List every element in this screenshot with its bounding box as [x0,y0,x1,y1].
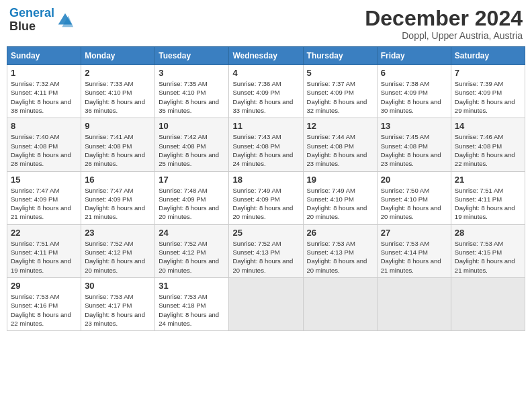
day-number: 20 [381,175,447,185]
day-number: 12 [307,121,373,131]
day-info: Sunrise: 7:52 AMSunset: 4:12 PMDaylight:… [159,240,219,274]
day-info: Sunrise: 7:53 AMSunset: 4:15 PMDaylight:… [455,240,515,274]
calendar-cell: 24Sunrise: 7:52 AMSunset: 4:12 PMDayligh… [155,224,229,277]
day-header-tuesday: Tuesday [155,47,229,65]
calendar-cell: 4Sunrise: 7:36 AMSunset: 4:09 PMDaylight… [229,65,303,118]
logo-text: GeneralBlue [9,7,54,34]
day-info: Sunrise: 7:37 AMSunset: 4:09 PMDaylight:… [307,80,367,114]
day-info: Sunrise: 7:38 AMSunset: 4:09 PMDaylight:… [381,80,441,114]
day-info: Sunrise: 7:46 AMSunset: 4:08 PMDaylight:… [455,133,515,167]
calendar-cell: 11Sunrise: 7:43 AMSunset: 4:08 PMDayligh… [229,118,303,171]
day-info: Sunrise: 7:40 AMSunset: 4:08 PMDaylight:… [11,133,71,167]
day-number: 13 [381,121,447,131]
calendar-cell: 25Sunrise: 7:52 AMSunset: 4:13 PMDayligh… [229,224,303,277]
calendar-cell: 5Sunrise: 7:37 AMSunset: 4:09 PMDaylight… [303,65,377,118]
calendar-cell: 21Sunrise: 7:51 AMSunset: 4:11 PMDayligh… [451,171,525,224]
day-info: Sunrise: 7:33 AMSunset: 4:10 PMDaylight:… [85,80,145,114]
calendar-cell: 20Sunrise: 7:50 AMSunset: 4:10 PMDayligh… [377,171,451,224]
title-block: December 2024 Doppl, Upper Austria, Aust… [365,7,523,41]
day-number: 9 [85,121,151,131]
day-info: Sunrise: 7:52 AMSunset: 4:12 PMDaylight:… [85,240,145,274]
day-number: 21 [455,175,521,185]
day-number: 3 [159,68,225,78]
calendar-cell: 10Sunrise: 7:42 AMSunset: 4:08 PMDayligh… [155,118,229,171]
day-info: Sunrise: 7:36 AMSunset: 4:09 PMDaylight:… [232,80,293,114]
day-header-monday: Monday [81,47,155,65]
week-row-5: 29Sunrise: 7:53 AMSunset: 4:16 PMDayligh… [7,277,525,330]
day-number: 28 [455,228,521,238]
day-header-wednesday: Wednesday [229,47,303,65]
day-number: 24 [159,228,225,238]
day-info: Sunrise: 7:39 AMSunset: 4:09 PMDaylight:… [455,80,515,114]
day-info: Sunrise: 7:52 AMSunset: 4:13 PMDaylight:… [232,240,293,274]
day-info: Sunrise: 7:32 AMSunset: 4:11 PMDaylight:… [11,80,71,114]
calendar-cell: 16Sunrise: 7:47 AMSunset: 4:09 PMDayligh… [81,171,155,224]
day-header-saturday: Saturday [451,47,525,65]
calendar-cell: 29Sunrise: 7:53 AMSunset: 4:16 PMDayligh… [7,277,81,330]
calendar-cell: 31Sunrise: 7:53 AMSunset: 4:18 PMDayligh… [155,277,229,330]
day-header-friday: Friday [377,47,451,65]
day-info: Sunrise: 7:49 AMSunset: 4:10 PMDaylight:… [307,187,367,221]
day-info: Sunrise: 7:50 AMSunset: 4:10 PMDaylight:… [381,187,441,221]
calendar-cell: 12Sunrise: 7:44 AMSunset: 4:08 PMDayligh… [303,118,377,171]
day-info: Sunrise: 7:41 AMSunset: 4:08 PMDaylight:… [85,133,145,167]
day-number: 17 [159,175,225,185]
calendar-cell [451,277,525,330]
day-number: 29 [11,281,77,291]
calendar-cell: 28Sunrise: 7:53 AMSunset: 4:15 PMDayligh… [451,224,525,277]
day-header-sunday: Sunday [7,47,81,65]
day-info: Sunrise: 7:53 AMSunset: 4:16 PMDaylight:… [11,293,71,327]
day-info: Sunrise: 7:43 AMSunset: 4:08 PMDaylight:… [232,133,293,167]
day-number: 5 [307,68,373,78]
calendar-cell: 9Sunrise: 7:41 AMSunset: 4:08 PMDaylight… [81,118,155,171]
day-info: Sunrise: 7:47 AMSunset: 4:09 PMDaylight:… [85,187,145,221]
day-number: 22 [11,228,77,238]
calendar-cell: 18Sunrise: 7:49 AMSunset: 4:09 PMDayligh… [229,171,303,224]
logo: GeneralBlue [9,7,75,34]
day-number: 19 [307,175,373,185]
page-header: GeneralBlue December 2024 Doppl, Upper A… [7,7,525,41]
week-row-4: 22Sunrise: 7:51 AMSunset: 4:11 PMDayligh… [7,224,525,277]
calendar-cell: 2Sunrise: 7:33 AMSunset: 4:10 PMDaylight… [81,65,155,118]
calendar-cell [377,277,451,330]
week-row-2: 8Sunrise: 7:40 AMSunset: 4:08 PMDaylight… [7,118,525,171]
day-number: 11 [232,121,299,131]
day-number: 14 [455,121,521,131]
calendar-table: SundayMondayTuesdayWednesdayThursdayFrid… [7,46,525,331]
calendar-cell: 1Sunrise: 7:32 AMSunset: 4:11 PMDaylight… [7,65,81,118]
day-number: 6 [381,68,447,78]
day-info: Sunrise: 7:53 AMSunset: 4:14 PMDaylight:… [381,240,441,274]
day-info: Sunrise: 7:45 AMSunset: 4:08 PMDaylight:… [381,133,441,167]
day-info: Sunrise: 7:42 AMSunset: 4:08 PMDaylight:… [159,133,219,167]
calendar-cell: 23Sunrise: 7:52 AMSunset: 4:12 PMDayligh… [81,224,155,277]
calendar-cell [303,277,377,330]
calendar-cell [229,277,303,330]
day-info: Sunrise: 7:53 AMSunset: 4:18 PMDaylight:… [159,293,219,327]
day-info: Sunrise: 7:53 AMSunset: 4:17 PMDaylight:… [85,293,145,327]
day-number: 1 [11,68,77,78]
day-number: 30 [85,281,151,291]
month-title: December 2024 [365,7,523,30]
calendar-cell: 26Sunrise: 7:53 AMSunset: 4:13 PMDayligh… [303,224,377,277]
day-info: Sunrise: 7:51 AMSunset: 4:11 PMDaylight:… [455,187,515,221]
calendar-cell: 15Sunrise: 7:47 AMSunset: 4:09 PMDayligh… [7,171,81,224]
day-info: Sunrise: 7:51 AMSunset: 4:11 PMDaylight:… [11,240,71,274]
day-number: 4 [232,68,299,78]
day-number: 7 [455,68,521,78]
day-number: 27 [381,228,447,238]
day-number: 16 [85,175,151,185]
day-info: Sunrise: 7:53 AMSunset: 4:13 PMDaylight:… [307,240,367,274]
day-header-thursday: Thursday [303,47,377,65]
calendar-cell: 19Sunrise: 7:49 AMSunset: 4:10 PMDayligh… [303,171,377,224]
day-number: 26 [307,228,373,238]
day-number: 15 [11,175,77,185]
calendar-cell: 17Sunrise: 7:48 AMSunset: 4:09 PMDayligh… [155,171,229,224]
day-number: 18 [232,175,299,185]
week-row-3: 15Sunrise: 7:47 AMSunset: 4:09 PMDayligh… [7,171,525,224]
calendar-cell: 30Sunrise: 7:53 AMSunset: 4:17 PMDayligh… [81,277,155,330]
calendar-cell: 3Sunrise: 7:35 AMSunset: 4:10 PMDaylight… [155,65,229,118]
calendar-cell: 7Sunrise: 7:39 AMSunset: 4:09 PMDaylight… [451,65,525,118]
calendar-cell: 14Sunrise: 7:46 AMSunset: 4:08 PMDayligh… [451,118,525,171]
day-info: Sunrise: 7:48 AMSunset: 4:09 PMDaylight:… [159,187,219,221]
location-subtitle: Doppl, Upper Austria, Austria [365,30,523,41]
